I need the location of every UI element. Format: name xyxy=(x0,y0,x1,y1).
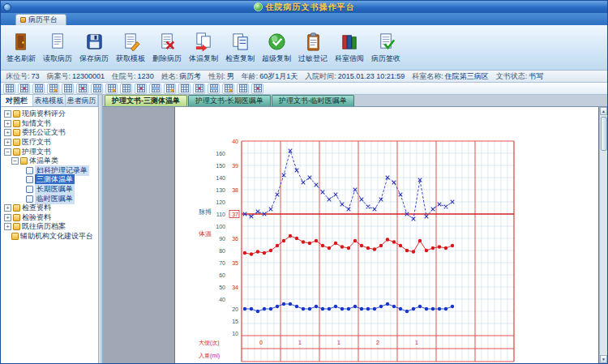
toolbar-button-label: 病历签收 xyxy=(371,54,400,64)
tree-item[interactable]: 临时医嘱单 xyxy=(2,194,98,203)
cell-border-icon[interactable] xyxy=(135,84,147,94)
collapse-icon[interactable]: − xyxy=(4,148,11,156)
temperature-chart: 脉搏体温160150140130120110100908070605040403… xyxy=(196,133,519,363)
window-title: 住院病历文书操作平台 xyxy=(266,2,355,13)
toolbar-button-doc-check[interactable]: 病历签收 xyxy=(369,28,403,68)
clipboard-icon xyxy=(303,32,323,52)
split-cells-icon[interactable] xyxy=(62,84,74,94)
align-icon[interactable] xyxy=(149,84,161,94)
tree-item[interactable]: +知情文书 xyxy=(2,119,98,129)
svg-text:100: 100 xyxy=(216,224,225,229)
toolbar-button-clipboard[interactable]: 过敏登记 xyxy=(296,28,330,68)
platform-tab-strip: 病历平台 xyxy=(1,13,607,25)
delete-row-icon[interactable] xyxy=(105,84,118,94)
patient-field: 性别:男 xyxy=(208,71,234,82)
document-tab[interactable]: 护理文书-临时医嘱单 xyxy=(272,95,354,106)
tree-item[interactable]: 三测体温单 xyxy=(2,175,98,185)
refresh-icon[interactable] xyxy=(237,84,249,94)
toolbar-button-books[interactable]: 科室借阅 xyxy=(332,28,366,68)
expand-icon[interactable]: + xyxy=(4,120,11,127)
select-table-icon[interactable] xyxy=(3,84,15,94)
delete-table-icon[interactable] xyxy=(32,84,45,94)
document-tab[interactable]: 护理文书-长期医嘱单 xyxy=(188,95,271,106)
tree-item[interactable]: 辅助机构文化建设平台 xyxy=(2,232,98,242)
scroll-down-arrow-icon[interactable]: ▼ xyxy=(600,355,607,363)
scrollbar-track[interactable] xyxy=(600,115,607,355)
expand-icon[interactable]: + xyxy=(4,139,11,146)
font-color-icon[interactable] xyxy=(164,84,176,94)
toolbar-button-doc[interactable]: 读取病历 xyxy=(41,28,75,68)
tree-item[interactable]: +医疗文书 xyxy=(2,138,98,148)
format-toolbar xyxy=(1,83,607,95)
insert-table-icon[interactable] xyxy=(18,84,30,94)
svg-text:110: 110 xyxy=(216,212,225,217)
svg-text:脉搏: 脉搏 xyxy=(199,208,212,216)
tree-item-label: 辅助机构文化建设平台 xyxy=(20,231,93,242)
tree-item[interactable]: +检验资料 xyxy=(2,213,98,223)
toolbar-button-label: 读取病历 xyxy=(43,54,72,64)
scroll-up-arrow-icon[interactable]: ▲ xyxy=(600,107,607,115)
document-tab[interactable]: 护理文书-三测体温单 xyxy=(105,95,187,106)
expand-icon[interactable]: + xyxy=(4,129,11,136)
sidebar-tab[interactable]: 表格模板 xyxy=(33,95,66,106)
platform-tab[interactable]: 病历平台 xyxy=(15,14,66,25)
tree-item[interactable]: 长期医嘱单 xyxy=(2,185,98,195)
app-logo-icon xyxy=(3,3,11,11)
patient-info-bar: 床位号:73病案号:12300001住院号:1230姓名:病历考性别:男年龄:6… xyxy=(1,71,607,83)
document-tab-bar: 护理文书-三测体温单护理文书-长期医嘱单护理文书-临时医嘱单 xyxy=(103,95,607,107)
patient-field-value: 男 xyxy=(227,72,234,80)
folder-icon xyxy=(13,120,20,127)
delete-col-icon[interactable] xyxy=(120,84,132,94)
workspace: 脉搏体温160150140130120110100908070605040403… xyxy=(103,107,607,363)
collapse-icon[interactable]: − xyxy=(11,157,19,165)
svg-text:37: 37 xyxy=(232,212,238,217)
insert-col-icon[interactable] xyxy=(91,84,103,94)
toolbar-button-copy-blue[interactable]: 检查复制 xyxy=(223,28,257,68)
tree-item[interactable]: +既往病历档案 xyxy=(2,222,98,232)
sidebar-tab[interactable]: 患者病历 xyxy=(66,95,98,106)
toolbar-button-doc-x[interactable]: 删除病历 xyxy=(150,28,184,68)
svg-text:38: 38 xyxy=(232,187,238,193)
vertical-scrollbar[interactable]: ▲ ▼ xyxy=(599,107,607,363)
toolbar-button-copy-red[interactable]: 体温复制 xyxy=(186,28,221,68)
expand-icon[interactable]: + xyxy=(4,214,11,221)
merge-cells-icon[interactable] xyxy=(47,84,59,94)
folder-icon xyxy=(13,214,20,221)
doc-x-icon xyxy=(157,32,178,52)
tree-item[interactable]: −体温单类 xyxy=(2,156,98,166)
tree-item[interactable]: −护理文书 xyxy=(2,147,98,156)
patient-field-value: 12300001 xyxy=(72,72,105,80)
books-icon xyxy=(340,32,360,52)
svg-text:20: 20 xyxy=(232,306,238,312)
print-preview-icon[interactable] xyxy=(222,84,234,94)
toolbar-button-door[interactable]: 签名刷新 xyxy=(4,28,38,68)
patient-field: 床位号:73 xyxy=(6,71,40,82)
help-icon[interactable] xyxy=(251,84,263,94)
main-panel: 护理文书-三测体温单护理文书-长期医嘱单护理文书-临时医嘱单 脉搏体温16015… xyxy=(103,95,607,363)
toolbar-button-doc-edit[interactable]: 获取模板 xyxy=(113,28,148,68)
tree-item[interactable]: +委托公证文书 xyxy=(2,128,98,138)
folder-icon xyxy=(20,157,28,165)
toolbar-button-orb[interactable]: 超级复制 xyxy=(259,28,293,68)
patient-field: 住院号:1230 xyxy=(112,71,154,82)
patient-field-value: 病历考 xyxy=(179,72,201,80)
sidebar-tab[interactable]: 对照栏 xyxy=(1,95,33,106)
expand-icon[interactable]: + xyxy=(4,223,11,230)
platform-tab-icon xyxy=(20,17,26,23)
svg-text:40: 40 xyxy=(232,139,238,144)
toolbar-button-floppy[interactable]: 保存病历 xyxy=(77,28,111,68)
tree-item[interactable]: 妇科护理记录单 xyxy=(2,166,98,176)
insert-row-icon[interactable] xyxy=(76,84,88,94)
tree-item[interactable]: +检查资料 xyxy=(2,203,98,213)
tree-item[interactable]: +现病资料评分 xyxy=(2,109,98,119)
zoom-in-icon[interactable] xyxy=(178,84,191,94)
doc-icon xyxy=(26,195,33,203)
expand-icon[interactable]: + xyxy=(4,110,11,118)
scrollbar-thumb[interactable] xyxy=(601,117,607,151)
toolbar-button-label: 体温复制 xyxy=(189,54,218,64)
print-icon[interactable] xyxy=(208,84,220,94)
main-toolbar: 签名刷新读取病历保存病历获取模板删除病历体温复制检查复制超级复制过敏登记科室借阅… xyxy=(1,25,607,71)
expand-icon[interactable]: + xyxy=(4,204,11,212)
zoom-out-icon[interactable] xyxy=(193,84,205,94)
document-page[interactable]: 脉搏体温160150140130120110100908070605040403… xyxy=(174,107,599,363)
